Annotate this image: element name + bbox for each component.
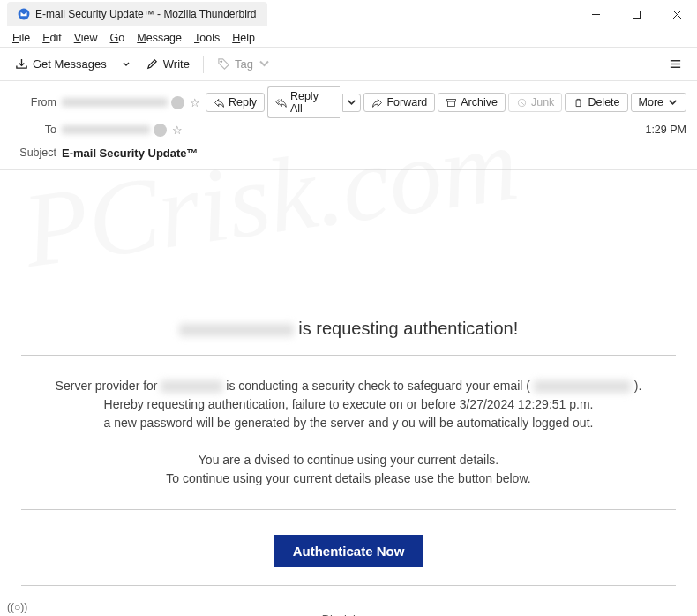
reply-all-dropdown[interactable]	[342, 94, 361, 112]
maximize-button[interactable]	[616, 0, 656, 28]
more-button[interactable]: More	[631, 93, 686, 112]
reply-all-icon	[275, 97, 287, 109]
menu-help[interactable]: Help	[227, 30, 260, 46]
menu-message[interactable]: Message	[131, 30, 187, 46]
chevron-down-icon	[258, 57, 271, 71]
divider	[21, 585, 676, 586]
junk-button[interactable]: Junk	[508, 93, 562, 112]
star-icon[interactable]: ☆	[190, 96, 200, 109]
archive-button[interactable]: Archive	[438, 93, 506, 112]
window-tab[interactable]: E-mail Security Update™ - Mozilla Thunde…	[7, 2, 267, 26]
forward-button[interactable]: Forward	[363, 93, 435, 112]
message-actions: Reply Reply All Forward Archive Junk Del…	[206, 86, 686, 118]
domain-redacted	[179, 324, 294, 336]
menu-file[interactable]: File	[7, 30, 35, 46]
to-label: To	[11, 124, 56, 136]
identity-icon	[171, 96, 184, 109]
from-value: ☆	[62, 96, 200, 109]
get-messages-dropdown[interactable]	[118, 56, 134, 72]
trash-icon	[573, 97, 584, 109]
disclaimer-title: Disclaimer	[21, 612, 676, 616]
menu-go[interactable]: Go	[105, 30, 131, 46]
write-button[interactable]: Write	[138, 53, 198, 75]
message-headers: From ☆ Reply Reply All Forward Archive J…	[0, 81, 697, 170]
tag-icon	[217, 57, 230, 71]
identity-icon	[154, 124, 167, 137]
to-address-redacted	[62, 125, 150, 134]
minimize-button[interactable]	[575, 0, 616, 28]
chevron-down-icon	[346, 97, 357, 109]
svg-point-0	[19, 9, 30, 20]
menu-tools[interactable]: Tools	[189, 30, 225, 46]
subject-value: E-mail Security Update™	[62, 146, 199, 160]
status-indicator: ((○))	[7, 601, 27, 613]
inbox-download-icon	[15, 57, 28, 71]
reply-all-button[interactable]: Reply All	[267, 86, 340, 118]
svg-rect-2	[633, 11, 640, 18]
toolbar: Get Messages Write Tag	[0, 48, 697, 81]
pencil-icon	[146, 57, 159, 71]
forward-icon	[371, 97, 383, 109]
chevron-down-icon	[667, 97, 678, 109]
email-heading: is requesting authentication!	[21, 308, 676, 355]
message-time: 1:29 PM	[645, 124, 686, 136]
toolbar-separator	[203, 56, 204, 73]
svg-point-5	[221, 61, 222, 63]
message-body: PCrisk.com is requesting authentication!…	[0, 170, 697, 616]
from-label: From	[11, 96, 56, 109]
reply-button[interactable]: Reply	[206, 93, 265, 112]
reply-icon	[214, 97, 225, 109]
menu-edit[interactable]: Edit	[37, 30, 67, 46]
menu-view[interactable]: View	[69, 30, 103, 46]
app-menu-button[interactable]	[661, 53, 690, 75]
to-value: ☆	[62, 124, 183, 137]
close-button[interactable]	[656, 0, 697, 28]
archive-icon	[446, 97, 457, 109]
titlebar: E-mail Security Update™ - Mozilla Thunde…	[0, 0, 697, 28]
from-address-redacted	[62, 98, 168, 107]
get-messages-button[interactable]: Get Messages	[7, 53, 115, 75]
subject-label: Subject	[11, 146, 56, 159]
provider-redacted	[161, 380, 222, 393]
menubar: File Edit View Go Message Tools Help	[0, 28, 697, 48]
thunderbird-icon	[18, 8, 30, 20]
email-paragraph-1: Server provider for is conducting a secu…	[21, 356, 676, 509]
email-redacted	[534, 380, 631, 393]
hamburger-icon	[669, 57, 682, 71]
svg-rect-10	[448, 101, 455, 106]
star-icon[interactable]: ☆	[172, 124, 183, 137]
junk-icon	[516, 97, 528, 109]
tab-title: E-mail Security Update™ - Mozilla Thunde…	[35, 8, 257, 20]
authenticate-button[interactable]: Authenticate Now	[274, 535, 424, 567]
delete-button[interactable]: Delete	[565, 93, 627, 112]
tag-button[interactable]: Tag	[209, 53, 279, 75]
